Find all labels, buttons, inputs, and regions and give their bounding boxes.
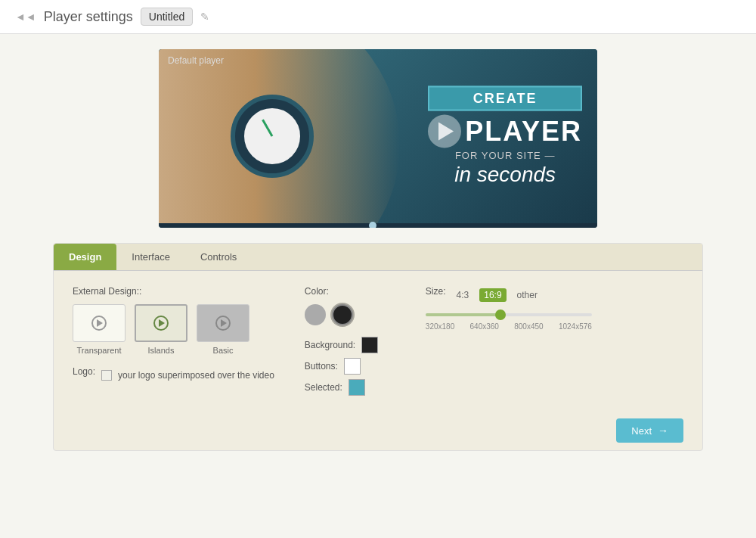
size-labels: 320x180 640x360 800x450 1024x576 (426, 322, 592, 331)
design-options: Transparent Islands (73, 304, 274, 355)
transparent-label: Transparent (77, 346, 122, 355)
color-option-gray[interactable] (305, 304, 326, 325)
size-options: Size: 4:3 16:9 other (426, 286, 592, 304)
header: ◄◄ Player settings Untitled ✎ (0, 0, 756, 34)
transparent-play-triangle (97, 319, 103, 327)
buttons-swatch[interactable] (344, 358, 361, 375)
external-design-section: External Design:: Transparent (73, 286, 274, 384)
tab-controls[interactable]: Controls (185, 244, 252, 270)
islands-play-triangle (159, 319, 165, 327)
size-label-320: 320x180 (426, 322, 454, 331)
clock-inner (242, 106, 302, 166)
color-section: Color: Background: Buttons: Select (305, 286, 395, 396)
background-row: Background: (305, 337, 395, 353)
settings-panel: Design Interface Controls External Desig… (53, 243, 703, 451)
design-thumb-transparent (73, 304, 125, 342)
size-slider-track (426, 313, 592, 316)
tabs-container: Design Interface Controls (54, 244, 702, 271)
background-swatch[interactable] (361, 337, 378, 353)
buttons-label: Buttons: (305, 361, 338, 372)
player-name-badge[interactable]: Untitled (141, 8, 193, 26)
main-content: Default player CREATE PLAYER (15, 34, 741, 466)
play-triangle-icon (438, 123, 454, 141)
page-title: Player settings (44, 9, 133, 25)
size-option-other[interactable]: other (513, 288, 542, 302)
next-label: Next (631, 425, 652, 437)
color-option-black[interactable] (332, 304, 353, 325)
clock-illustration (204, 64, 340, 208)
islands-play-icon (153, 316, 169, 331)
logo-label: Logo: (73, 366, 95, 377)
design-thumb-islands (135, 304, 187, 342)
size-option-16x9[interactable]: 16:9 (479, 288, 506, 302)
player-text: PLAYER (428, 115, 582, 148)
create-banner: CREATE (428, 86, 582, 111)
color-label: Color: (305, 286, 395, 297)
design-thumb-basic (197, 304, 249, 342)
islands-label: Islands (148, 346, 175, 355)
size-option-4x3[interactable]: 4:3 (452, 288, 474, 302)
play-button-overlay[interactable] (428, 115, 461, 148)
panel-content: External Design:: Transparent (54, 271, 702, 411)
external-design-label: External Design:: (73, 286, 274, 297)
basic-label: Basic (213, 346, 234, 355)
edit-icon[interactable]: ✎ (200, 11, 209, 23)
logo-description: your logo superimposed over the video (118, 370, 274, 381)
size-section: Size: 4:3 16:9 other 320x180 640x360 800… (426, 286, 592, 331)
video-preview-container: Default player CREATE PLAYER (159, 49, 597, 228)
clock-circle (231, 95, 314, 178)
transparent-play-icon (91, 316, 107, 331)
video-text-overlay: CREATE PLAYER FOR YOUR SITE — in seconds (428, 86, 582, 187)
basic-play-triangle (221, 319, 227, 327)
video-preview[interactable]: CREATE PLAYER FOR YOUR SITE — in seconds (159, 49, 597, 223)
size-slider-fill (426, 313, 500, 316)
tab-interface[interactable]: Interface (116, 244, 185, 270)
video-progress-bar[interactable] (159, 223, 597, 228)
selected-row: Selected: (305, 379, 395, 396)
next-arrow-icon: → (658, 424, 668, 437)
for-your-site-text: FOR YOUR SITE — (428, 150, 582, 161)
basic-play-icon (215, 316, 231, 331)
bg-buttons-section: Background: Buttons: Selected: (305, 337, 395, 396)
back-arrows[interactable]: ◄◄ (15, 11, 36, 23)
size-slider-thumb[interactable] (495, 309, 506, 320)
size-label: Size: (426, 286, 446, 297)
background-label: Background: (305, 340, 355, 350)
panel-footer: Next → (54, 411, 702, 450)
player-label: PLAYER (465, 116, 582, 148)
logo-row: Logo: your logo superimposed over the vi… (73, 366, 274, 384)
buttons-row: Buttons: (305, 358, 395, 375)
design-option-islands[interactable]: Islands (135, 304, 187, 355)
selected-swatch[interactable] (349, 379, 365, 396)
video-progress-dot (369, 222, 376, 228)
design-option-transparent[interactable]: Transparent (73, 304, 125, 355)
size-label-640: 640x360 (470, 322, 499, 331)
size-label-1024: 1024x576 (559, 322, 592, 331)
logo-checkbox[interactable] (101, 370, 112, 381)
color-options (305, 304, 395, 325)
tab-design[interactable]: Design (54, 244, 116, 270)
next-button[interactable]: Next → (616, 418, 683, 443)
video-label: Default player (168, 55, 224, 66)
design-option-basic[interactable]: Basic (197, 304, 249, 355)
selected-label: Selected: (305, 382, 342, 393)
size-label-800: 800x450 (514, 322, 543, 331)
size-slider-container (426, 313, 592, 316)
clock-hand (262, 120, 273, 137)
in-seconds-text: in seconds (428, 163, 582, 187)
